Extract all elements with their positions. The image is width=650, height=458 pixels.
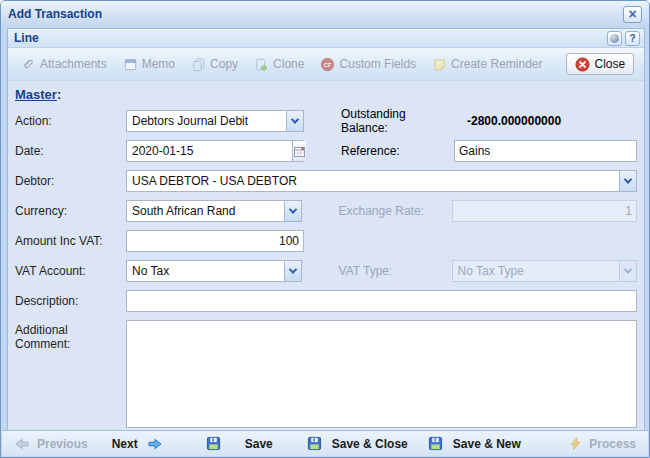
previous-label: Previous (37, 437, 88, 451)
arrow-right-icon (147, 436, 163, 452)
save-new-label: Save & New (453, 437, 521, 451)
chevron-down-icon[interactable] (284, 261, 301, 281)
description-input[interactable] (126, 290, 637, 312)
clone-label: Clone (273, 57, 304, 71)
memo-label: Memo (142, 57, 175, 71)
currency-label: Currency: (15, 204, 126, 218)
chevron-down-icon[interactable] (286, 111, 303, 131)
close-label: Close (594, 57, 625, 71)
chevron-down-icon[interactable] (619, 171, 636, 191)
window-title: Add Transaction (8, 7, 102, 21)
chevron-down-icon[interactable] (284, 201, 301, 221)
footer-toolbar: Previous Next Save Save & Close Save & N… (2, 430, 648, 456)
date-input[interactable] (127, 141, 292, 161)
date-label: Date: (15, 144, 126, 158)
line-panel-header: Line ? (8, 29, 644, 48)
settings-button[interactable] (607, 31, 622, 46)
amount-row: Amount Inc VAT: (15, 230, 637, 252)
amount-inc-vat-label: Amount Inc VAT: (15, 234, 126, 248)
floppy-disk-icon (206, 436, 221, 451)
outstanding-balance-label: Outstanding Balance: (341, 107, 454, 135)
save-label: Save (245, 437, 273, 451)
custom-fields-label: Custom Fields (339, 57, 416, 71)
floppy-disk-icon (428, 436, 443, 451)
outstanding-balance-value: -2800.000000000 (467, 114, 561, 128)
create-reminder-button[interactable]: Create Reminder (424, 53, 550, 75)
amount-inc-vat-input[interactable] (126, 230, 304, 252)
reference-label: Reference: (341, 144, 454, 158)
date-row: Date: Reference: (15, 140, 637, 162)
action-select[interactable]: Debtors Journal Debit (126, 110, 304, 132)
description-row: Description: (15, 290, 637, 312)
memo-button[interactable]: Memo (115, 53, 183, 75)
toolbar: Attachments Memo Copy Clone CF Custom Fi… (8, 48, 644, 81)
svg-text:CF: CF (324, 61, 332, 67)
custom-fields-icon: CF (320, 57, 335, 72)
action-row: Action: Debtors Journal Debit Outstandin… (15, 110, 637, 132)
previous-button[interactable]: Previous (14, 436, 88, 452)
window-close-icon[interactable]: × (623, 6, 642, 23)
add-transaction-window: Add Transaction × Line ? Attachments Mem… (0, 0, 650, 458)
action-label: Action: (15, 114, 126, 128)
gear-icon (610, 34, 619, 43)
save-new-button[interactable]: Save & New (428, 436, 521, 451)
clone-button[interactable]: Clone (246, 53, 312, 75)
date-field[interactable] (126, 140, 304, 162)
window-titlebar: Add Transaction × (1, 1, 649, 27)
exchange-rate-input (452, 200, 637, 222)
memo-icon (123, 57, 138, 72)
description-label: Description: (15, 294, 126, 308)
vat-account-row: VAT Account: No Tax VAT Type: No Tax Typ… (15, 260, 637, 282)
debtor-row: Debtor: USA DEBTOR - USA DEBTOR (15, 170, 637, 192)
close-red-icon (575, 57, 590, 72)
arrow-left-icon (14, 436, 30, 452)
debtor-label: Debtor: (15, 174, 126, 188)
additional-comment-textarea[interactable] (126, 320, 637, 428)
panel-title: Line (14, 31, 39, 45)
exchange-rate-label: Exchange Rate: (339, 204, 452, 218)
line-panel: Line ? Attachments Memo Copy Clone (7, 28, 645, 432)
copy-label: Copy (210, 57, 238, 71)
additional-comment-label: Additional Comment: (15, 320, 126, 351)
save-button[interactable]: Save (206, 436, 273, 451)
lightning-icon (568, 436, 583, 451)
reference-input[interactable] (454, 140, 637, 162)
clone-icon (254, 57, 269, 72)
currency-select[interactable]: South African Rand (126, 200, 302, 222)
vat-account-select[interactable]: No Tax (126, 260, 302, 282)
save-close-button[interactable]: Save & Close (307, 436, 408, 451)
vat-type-select: No Tax Type (452, 260, 637, 282)
next-label: Next (112, 437, 138, 451)
process-label: Process (589, 437, 636, 451)
transaction-form: Master: Action: Debtors Journal Debit Ou… (8, 81, 644, 428)
close-button[interactable]: Close (566, 53, 634, 75)
save-close-label: Save & Close (332, 437, 408, 451)
create-reminder-label: Create Reminder (451, 57, 542, 71)
master-section-heading: Master: (15, 87, 637, 102)
paperclip-icon (21, 57, 36, 72)
debtor-select[interactable]: USA DEBTOR - USA DEBTOR (126, 170, 637, 192)
additional-comment-row: Additional Comment: (15, 320, 637, 428)
calendar-icon[interactable] (292, 141, 306, 161)
attachments-button[interactable]: Attachments (13, 53, 115, 75)
chevron-down-icon (619, 261, 636, 281)
help-button[interactable]: ? (625, 31, 640, 46)
next-button[interactable]: Next (112, 436, 163, 452)
copy-button[interactable]: Copy (183, 53, 246, 75)
floppy-disk-icon (307, 436, 322, 451)
attachments-label: Attachments (40, 57, 107, 71)
currency-row: Currency: South African Rand Exchange Ra… (15, 200, 637, 222)
vat-account-label: VAT Account: (15, 264, 126, 278)
reminder-icon (432, 57, 447, 72)
copy-icon (191, 57, 206, 72)
process-button[interactable]: Process (568, 436, 636, 451)
master-link[interactable]: Master (15, 87, 57, 102)
vat-type-label: VAT Type: (339, 264, 452, 278)
custom-fields-button[interactable]: CF Custom Fields (312, 53, 424, 75)
